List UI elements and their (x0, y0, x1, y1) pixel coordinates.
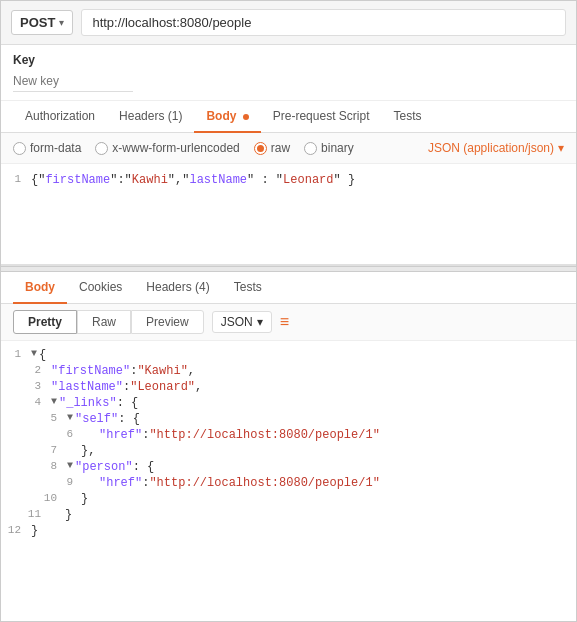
line-number-1: 1 (1, 173, 31, 185)
line-content-1: {"firstName":"Kawhi","lastName" : "Leona… (31, 173, 576, 187)
response-format-bar: Pretty Raw Preview JSON ▾ ≡ (1, 304, 576, 341)
method-text: POST (20, 15, 55, 30)
tab-tests[interactable]: Tests (381, 101, 433, 133)
response-line-1: 1 ▼ { (1, 347, 576, 363)
response-line-8: 8 ▼ "person" : { (1, 459, 576, 475)
line-num-3: 3 (21, 380, 51, 392)
response-line-6: 6 "href" : "http://localhost:8080/people… (1, 427, 576, 443)
request-tabs-bar: Authorization Headers (1) Body Pre-reque… (1, 101, 576, 133)
line-num-2: 2 (21, 364, 51, 376)
response-tab-tests[interactable]: Tests (222, 272, 274, 304)
response-tab-cookies[interactable]: Cookies (67, 272, 134, 304)
format-btn-raw[interactable]: Raw (77, 310, 131, 334)
request-code-editor[interactable]: 1 {"firstName":"Kawhi","lastName" : "Leo… (1, 164, 576, 264)
radio-circle-form-data (13, 142, 26, 155)
request-section: Key Authorization Headers (1) Body Pre-r… (1, 45, 576, 266)
code-line-1: 1 {"firstName":"Kawhi","lastName" : "Leo… (1, 172, 576, 188)
line-num-8: 8 (37, 460, 67, 472)
radio-circle-raw (254, 142, 267, 155)
url-input[interactable] (81, 9, 566, 36)
response-tab-body[interactable]: Body (13, 272, 67, 304)
collapse-icon-8[interactable]: ▼ (67, 460, 73, 471)
response-line-2: 2 "firstName" : "Kawhi" , (1, 363, 576, 379)
response-section: Body Cookies Headers (4) Tests Pretty Ra… (1, 272, 576, 621)
response-line-7: 7 }, (1, 443, 576, 459)
line-num-9: 9 (53, 476, 83, 488)
format-btn-pretty[interactable]: Pretty (13, 310, 77, 334)
response-line-11: 11 } (1, 507, 576, 523)
top-bar: POST ▾ (1, 1, 576, 45)
response-code-viewer: 1 ▼ { 2 "firstName" : "Kawhi" , 3 "lastN… (1, 341, 576, 621)
radio-binary[interactable]: binary (304, 141, 354, 155)
response-line-4: 4 ▼ "_links" : { (1, 395, 576, 411)
radio-circle-binary (304, 142, 317, 155)
collapse-icon-1[interactable]: ▼ (31, 348, 37, 359)
line-num-10: 10 (37, 492, 67, 504)
key-section: Key (1, 45, 576, 101)
radio-urlencoded[interactable]: x-www-form-urlencoded (95, 141, 239, 155)
line-num-12: 12 (1, 524, 31, 536)
response-line-10: 10 } (1, 491, 576, 507)
tab-headers[interactable]: Headers (1) (107, 101, 194, 133)
line-num-11: 11 (21, 508, 51, 520)
line-num-1: 1 (1, 348, 31, 360)
response-tab-headers[interactable]: Headers (4) (134, 272, 221, 304)
key-input[interactable] (13, 71, 133, 92)
line-num-5: 5 (37, 412, 67, 424)
response-line-12: 12 } (1, 523, 576, 539)
key-label: Key (13, 53, 564, 67)
response-tabs-bar: Body Cookies Headers (4) Tests (1, 272, 576, 304)
json-format-selector[interactable]: JSON ▾ (212, 311, 272, 333)
line-num-7: 7 (37, 444, 67, 456)
radio-circle-urlencoded (95, 142, 108, 155)
tab-body[interactable]: Body (194, 101, 260, 133)
line-num-4: 4 (21, 396, 51, 408)
radio-raw[interactable]: raw (254, 141, 290, 155)
chevron-down-icon: ▾ (257, 315, 263, 329)
method-selector[interactable]: POST ▾ (11, 10, 73, 35)
tab-authorization[interactable]: Authorization (13, 101, 107, 133)
app-container: POST ▾ Key Authorization Headers (1) Bod… (0, 0, 577, 622)
radio-form-data[interactable]: form-data (13, 141, 81, 155)
chevron-down-icon: ▾ (558, 141, 564, 155)
chevron-down-icon: ▾ (59, 17, 64, 28)
format-btn-preview[interactable]: Preview (131, 310, 204, 334)
line-num-6: 6 (53, 428, 83, 440)
wrap-icon[interactable]: ≡ (280, 313, 289, 331)
body-dot-indicator (243, 114, 249, 120)
tab-pre-request[interactable]: Pre-request Script (261, 101, 382, 133)
format-bar: form-data x-www-form-urlencoded raw bina… (1, 133, 576, 164)
json-type-selector[interactable]: JSON (application/json) ▾ (428, 141, 564, 155)
collapse-icon-4[interactable]: ▼ (51, 396, 57, 407)
response-line-5: 5 ▼ "self" : { (1, 411, 576, 427)
response-line-3: 3 "lastName" : "Leonard" , (1, 379, 576, 395)
response-line-9: 9 "href" : "http://localhost:8080/people… (1, 475, 576, 491)
collapse-icon-5[interactable]: ▼ (67, 412, 73, 423)
